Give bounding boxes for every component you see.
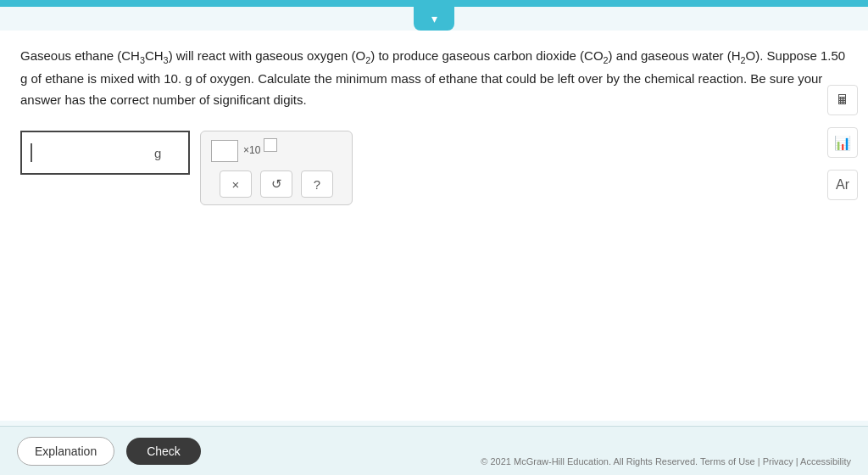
- periodic-table-button[interactable]: Ar: [827, 170, 858, 200]
- answer-box: g: [20, 131, 190, 175]
- sci-notation-box: ×10 × ↺ ?: [200, 131, 353, 205]
- right-icons: 🖩 📊 Ar: [827, 85, 858, 200]
- footer: Explanation Check © 2021 McGraw-Hill Edu…: [0, 426, 868, 475]
- collapse-button-wrap: ▾: [0, 7, 868, 31]
- answer-input[interactable]: [32, 145, 151, 160]
- explanation-button[interactable]: Explanation: [17, 437, 114, 466]
- collapse-button[interactable]: ▾: [414, 7, 454, 31]
- check-button[interactable]: Check: [126, 438, 201, 465]
- sci-help-button[interactable]: ?: [301, 170, 333, 198]
- sci-base-input[interactable]: [211, 140, 238, 162]
- sci-notation-top: ×10: [211, 140, 342, 162]
- chart-button[interactable]: 📊: [827, 127, 858, 158]
- calculator-button[interactable]: 🖩: [827, 85, 858, 115]
- chevron-down-icon: ▾: [431, 12, 437, 25]
- problem-text: Gaseous ethane (CH3CH3) will react with …: [20, 46, 848, 110]
- chart-icon: 📊: [834, 135, 851, 151]
- periodic-table-icon: Ar: [836, 177, 849, 193]
- calculator-icon: 🖩: [836, 92, 849, 108]
- copyright-text: © 2021 McGraw-Hill Education. All Rights…: [481, 456, 851, 467]
- x10-label: ×10: [243, 144, 260, 156]
- sci-exp-input[interactable]: [264, 138, 277, 152]
- unit-label: g: [154, 146, 161, 160]
- sci-buttons: × ↺ ?: [211, 170, 342, 198]
- top-bar: [0, 0, 868, 7]
- sci-undo-button[interactable]: ↺: [260, 170, 292, 198]
- sci-clear-button[interactable]: ×: [220, 170, 252, 198]
- main-content: Gaseous ethane (CH3CH3) will react with …: [0, 31, 868, 421]
- input-row: g ×10 × ↺ ?: [20, 131, 848, 205]
